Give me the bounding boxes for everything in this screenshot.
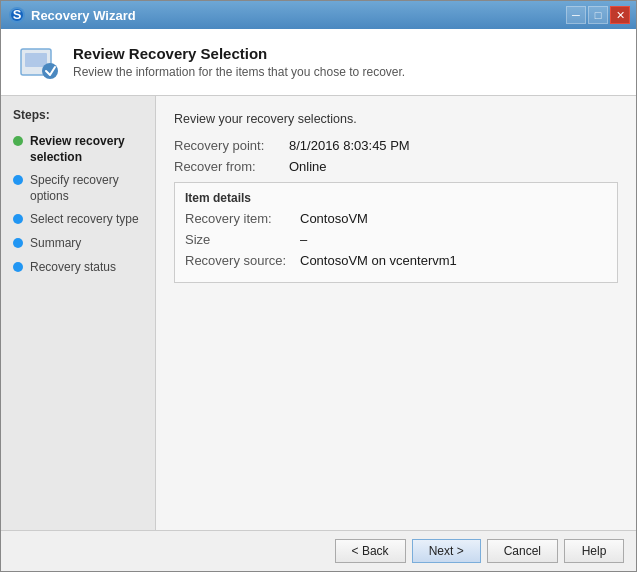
- step-label-2: Specify recovery options: [30, 173, 143, 204]
- step-item-5: Recovery status: [1, 256, 155, 280]
- step-label-3: Select recovery type: [30, 212, 139, 228]
- step-dot-1: [13, 136, 23, 146]
- size-value: –: [300, 232, 307, 247]
- title-bar-left: S Recovery Wizard: [9, 7, 136, 23]
- svg-rect-3: [25, 53, 47, 67]
- cancel-button[interactable]: Cancel: [487, 539, 558, 563]
- recovery-point-value: 8/1/2016 8:03:45 PM: [289, 138, 410, 153]
- step-label-5: Recovery status: [30, 260, 116, 276]
- step-item-3: Select recovery type: [1, 208, 155, 232]
- recovery-item-row: Recovery item: ContosoVM: [185, 211, 607, 226]
- item-details-title: Item details: [185, 191, 607, 205]
- header-text: Review Recovery Selection Review the inf…: [73, 45, 405, 79]
- step-dot-4: [13, 238, 23, 248]
- svg-point-4: [42, 63, 58, 79]
- recovery-wizard-window: S Recovery Wizard ─ □ ✕ Review Recovery …: [0, 0, 637, 572]
- window-title: Recovery Wizard: [31, 8, 136, 23]
- recovery-point-label: Recovery point:: [174, 138, 289, 153]
- recover-from-value: Online: [289, 159, 327, 174]
- step-dot-5: [13, 262, 23, 272]
- title-bar: S Recovery Wizard ─ □ ✕: [1, 1, 636, 29]
- recovery-source-row: Recovery source: ContosoVM on vcentervm1: [185, 253, 607, 268]
- header-subtitle: Review the information for the items tha…: [73, 65, 405, 79]
- step-label-4: Summary: [30, 236, 81, 252]
- step-label-1: Review recovery selection: [30, 134, 143, 165]
- step-item-2: Specify recovery options: [1, 169, 155, 208]
- close-button[interactable]: ✕: [610, 6, 630, 24]
- header-section: Review Recovery Selection Review the inf…: [1, 29, 636, 96]
- title-controls: ─ □ ✕: [566, 6, 630, 24]
- svg-text:S: S: [13, 8, 22, 22]
- steps-title: Steps:: [1, 108, 155, 130]
- size-row: Size –: [185, 232, 607, 247]
- recover-from-row: Recover from: Online: [174, 159, 618, 174]
- step-dot-2: [13, 175, 23, 185]
- recover-from-label: Recover from:: [174, 159, 289, 174]
- next-button[interactable]: Next >: [412, 539, 481, 563]
- step-item-1: Review recovery selection: [1, 130, 155, 169]
- steps-panel: Steps: Review recovery selection Specify…: [1, 96, 156, 530]
- size-label: Size: [185, 232, 300, 247]
- item-details-box: Item details Recovery item: ContosoVM Si…: [174, 182, 618, 283]
- footer: < Back Next > Cancel Help: [1, 530, 636, 571]
- help-button[interactable]: Help: [564, 539, 624, 563]
- review-intro: Review your recovery selections.: [174, 112, 618, 126]
- recovery-source-value: ContosoVM on vcentervm1: [300, 253, 457, 268]
- recovery-source-label: Recovery source:: [185, 253, 300, 268]
- header-icon: [17, 41, 59, 83]
- step-item-4: Summary: [1, 232, 155, 256]
- app-icon: S: [9, 7, 25, 23]
- maximize-button[interactable]: □: [588, 6, 608, 24]
- minimize-button[interactable]: ─: [566, 6, 586, 24]
- recovery-point-row: Recovery point: 8/1/2016 8:03:45 PM: [174, 138, 618, 153]
- header-title: Review Recovery Selection: [73, 45, 405, 62]
- step-dot-3: [13, 214, 23, 224]
- main-panel: Review your recovery selections. Recover…: [156, 96, 636, 530]
- recovery-item-label: Recovery item:: [185, 211, 300, 226]
- back-button[interactable]: < Back: [335, 539, 406, 563]
- content-area: Steps: Review recovery selection Specify…: [1, 96, 636, 530]
- recovery-item-value: ContosoVM: [300, 211, 368, 226]
